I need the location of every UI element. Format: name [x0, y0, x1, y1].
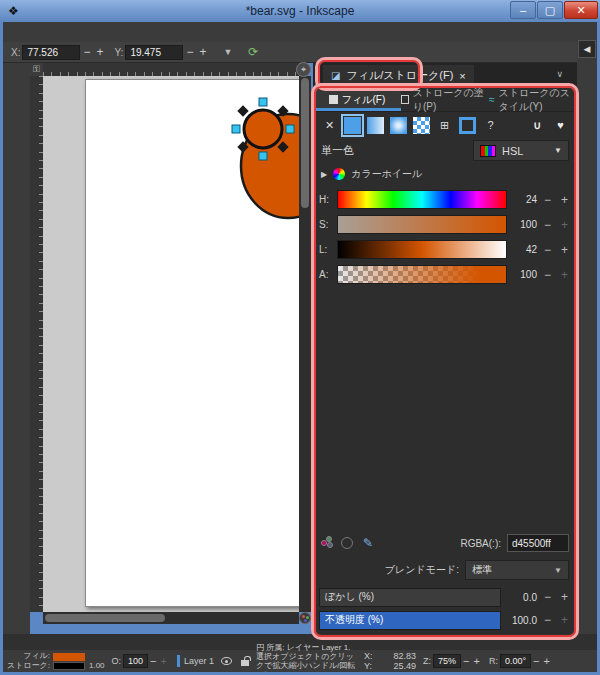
- rotation-input[interactable]: 0.00°: [500, 654, 531, 668]
- fill-rule-evenodd-button[interactable]: ∪: [529, 117, 546, 134]
- blur-slider[interactable]: ぼかし (%): [319, 588, 501, 607]
- x-coord-input[interactable]: [22, 45, 80, 60]
- opacity-minus-button[interactable]: −: [541, 613, 554, 627]
- pointer-coordinates: X:82.83 Y:25.49: [364, 651, 416, 671]
- paint-flat-button[interactable]: [344, 117, 361, 134]
- hue-value: 24: [511, 194, 537, 205]
- rgba-label: RGBA(:):: [460, 538, 501, 549]
- lightness-minus-button[interactable]: −: [541, 243, 554, 257]
- blur-plus-button[interactable]: +: [558, 590, 571, 604]
- blur-value: 0.0: [505, 592, 537, 603]
- out-of-gamut-icon: [341, 537, 353, 549]
- stroke-swatch[interactable]: [53, 662, 85, 670]
- color-wheel-label: カラーホイール: [351, 167, 422, 181]
- blend-mode-dropdown[interactable]: 標準 ▼: [465, 560, 569, 580]
- toolbox: [3, 63, 30, 634]
- rotation-minus-button[interactable]: −: [531, 655, 541, 667]
- stroke-width-value[interactable]: 1.00: [89, 661, 105, 672]
- color-mode-dropdown[interactable]: HSL ▼: [473, 140, 569, 161]
- opacity-slider[interactable]: 不透明度 (%): [319, 611, 501, 630]
- y-minus-button[interactable]: −: [183, 45, 196, 59]
- fill-rule-nonzero-button[interactable]: ♥: [552, 117, 569, 134]
- wheel-expander-icon[interactable]: ▶: [321, 170, 327, 179]
- inkscape-window: ❖ *bear.svg - Inkscape – ▢ ✕ X: − + Y: −…: [0, 0, 600, 675]
- tool-controls-bar: X: − + Y: − + ▼ ⟳: [3, 42, 597, 63]
- zoom-minus-button[interactable]: −: [461, 655, 471, 667]
- bear-ear-circle[interactable]: [244, 110, 282, 148]
- alpha-slider[interactable]: [337, 265, 507, 284]
- rotation-reset-icon[interactable]: ⟳: [242, 45, 264, 59]
- close-button[interactable]: ✕: [564, 1, 598, 19]
- hue-minus-button[interactable]: −: [541, 193, 554, 207]
- y-coord-input[interactable]: [125, 45, 183, 60]
- vertical-ruler[interactable]: [30, 76, 43, 612]
- toolbar-overflow-dropdown[interactable]: ▼: [223, 47, 232, 57]
- paint-mesh-gradient-button[interactable]: ⊞: [436, 117, 453, 134]
- opacity-field-label: O:: [112, 656, 122, 666]
- menu-bar: [3, 22, 597, 42]
- canvas-quick-zoom-button[interactable]: ⌖: [296, 62, 311, 77]
- paint-pattern-button[interactable]: [413, 117, 430, 134]
- rotation-plus-button[interactable]: +: [541, 655, 551, 667]
- object-opacity-input[interactable]: 100: [123, 654, 148, 668]
- canvas[interactable]: [43, 76, 299, 612]
- fill-label: フィル:: [7, 651, 50, 661]
- cms-colors-icon[interactable]: [321, 536, 335, 550]
- dock-collapse-button[interactable]: ◀: [578, 40, 596, 58]
- hue-slider[interactable]: [337, 190, 507, 209]
- x-plus-button[interactable]: +: [93, 45, 106, 59]
- paint-unknown-button[interactable]: ?: [482, 117, 499, 134]
- paint-radial-gradient-button[interactable]: [390, 117, 407, 134]
- flat-color-label: 単一色: [321, 143, 354, 158]
- lightness-slider[interactable]: [337, 240, 507, 259]
- zoom-input[interactable]: 75%: [433, 654, 461, 668]
- dock-tab-close-icon[interactable]: ×: [459, 70, 465, 82]
- layer-visibility-icon[interactable]: [221, 657, 232, 665]
- saturation-minus-button[interactable]: −: [541, 218, 554, 232]
- tab-stroke-style[interactable]: ≈ ストロークのスタイル(Y): [489, 88, 577, 111]
- opacity-plus-button[interactable]: +: [558, 613, 571, 627]
- layer-color-indicator: [177, 655, 180, 667]
- rgba-input[interactable]: [507, 534, 569, 552]
- blur-minus-button[interactable]: −: [541, 590, 554, 604]
- opacity-value: 100.0: [505, 615, 537, 626]
- horizontal-scrollbar[interactable]: [43, 612, 299, 624]
- saturation-slider[interactable]: [337, 215, 507, 234]
- ruler-lock-icon[interactable]: ⚿: [30, 63, 43, 76]
- status-message: 円 所属: レイヤー Layer 1. 選択オブジェクトのクリックで拡大縮小ハン…: [256, 643, 360, 675]
- minimize-button[interactable]: –: [510, 1, 536, 19]
- color-managed-view-button[interactable]: [299, 612, 311, 624]
- horizontal-ruler[interactable]: [43, 63, 299, 76]
- paint-none-button[interactable]: ✕: [321, 117, 338, 134]
- lightness-value: 42: [511, 244, 537, 255]
- zoom-plus-button[interactable]: +: [471, 655, 481, 667]
- stroke-paint-tab-icon: [401, 95, 409, 104]
- color-picker-icon[interactable]: ✎: [363, 536, 373, 550]
- alpha-value: 100: [511, 269, 537, 280]
- alpha-minus-button[interactable]: −: [541, 268, 554, 282]
- x-minus-button[interactable]: −: [80, 45, 93, 59]
- saturation-plus-button[interactable]: +: [558, 218, 571, 232]
- maximize-button[interactable]: ▢: [537, 1, 563, 19]
- chevron-down-icon: ▼: [554, 146, 562, 155]
- fill-swatch[interactable]: [53, 653, 85, 661]
- opacity-minus-button[interactable]: −: [148, 655, 158, 667]
- vertical-scrollbar[interactable]: [299, 76, 311, 612]
- dock-menu-chevron-icon[interactable]: ∨: [556, 69, 563, 79]
- alpha-plus-button[interactable]: +: [558, 268, 571, 282]
- paint-linear-gradient-button[interactable]: [367, 117, 384, 134]
- hsl-sliders: H: 24 − + S: 100 − + L: 42 −: [313, 185, 577, 287]
- tab-stroke-paint[interactable]: ストロークの塗り(P): [401, 88, 489, 111]
- zoom-label: Z:: [423, 656, 431, 666]
- current-layer-name[interactable]: Layer 1: [184, 656, 214, 666]
- layer-lock-icon[interactable]: [241, 660, 249, 666]
- y-plus-button[interactable]: +: [196, 45, 209, 59]
- stroke-style-tab-icon: ≈: [489, 94, 495, 105]
- lightness-plus-button[interactable]: +: [558, 243, 571, 257]
- x-coord-label: X:: [11, 47, 20, 58]
- blend-mode-label: ブレンドモード:: [385, 563, 459, 577]
- hue-plus-button[interactable]: +: [558, 193, 571, 207]
- opacity-plus-button[interactable]: +: [159, 655, 169, 667]
- tab-fill[interactable]: フィル(F): [313, 88, 401, 111]
- paint-swatch-button[interactable]: [459, 117, 476, 134]
